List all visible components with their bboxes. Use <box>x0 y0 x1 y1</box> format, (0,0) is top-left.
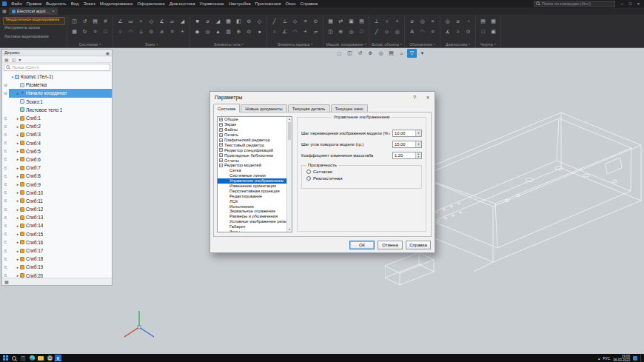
settings-tree-item[interactable]: Зеркальное отражение <box>218 209 286 214</box>
ribbon-button[interactable]: ⊥ <box>280 16 289 26</box>
dialog-tab[interactable]: Новые документы <box>241 104 286 112</box>
transparency-radio-option[interactable]: Реалистичная <box>306 176 417 181</box>
ribbon-button[interactable]: ⌀ <box>203 16 212 26</box>
ribbon-button[interactable]: ⊙ <box>463 27 473 36</box>
ribbon-button[interactable]: ◎ <box>443 16 452 26</box>
ribbon-button[interactable]: □ <box>101 27 110 36</box>
dialog-tab[interactable]: Система <box>213 104 240 113</box>
taskbar-app-icon[interactable] <box>55 355 61 361</box>
tree-expander-icon[interactable] <box>224 210 228 213</box>
settings-tree-item[interactable]: Управление изображением <box>218 178 286 184</box>
tree-item[interactable]: Ɛ ▸ Сгиб:18 <box>2 255 112 263</box>
ribbon-button[interactable]: ● <box>255 27 264 36</box>
panel-options-icon[interactable]: ◉ <box>106 50 110 56</box>
taskbar-app-icon[interactable] <box>37 355 44 362</box>
ribbon-button[interactable]: ∠ <box>280 27 289 36</box>
maximize-button[interactable]: □ <box>626 0 634 7</box>
ribbon-button[interactable]: ◠ <box>290 27 300 36</box>
taskbar-app-icon[interactable] <box>46 355 53 362</box>
row-state-icon[interactable]: Ɛ <box>2 182 9 187</box>
menu-item[interactable]: Файл <box>9 0 24 7</box>
tree-expander-icon[interactable] <box>224 225 228 229</box>
row-state-icon[interactable]: Ɛ <box>2 141 9 145</box>
dialog-tab[interactable]: Текущая деталь <box>288 104 330 112</box>
settings-tree-item[interactable]: Размеры и обозначения <box>218 214 286 219</box>
row-state-icon[interactable]: Ɛ <box>2 232 9 236</box>
tree-item[interactable]: Эскиз:1 <box>2 98 112 106</box>
row-state-icon[interactable]: Ɛ <box>2 174 9 178</box>
ribbon-button[interactable]: ○ <box>269 27 279 36</box>
ribbon-button[interactable]: ⇄ <box>336 16 346 26</box>
tree-item[interactable]: Ɛ ▸ Сгиб:15 <box>2 230 112 238</box>
ribbon-button[interactable]: ◢ <box>178 16 187 26</box>
tree-expander-icon[interactable] <box>224 174 228 178</box>
ribbon-button[interactable]: ◧ <box>234 16 244 26</box>
dialog-button[interactable]: Справка <box>406 241 431 249</box>
settings-tree-item[interactable]: + Графический редактор <box>218 138 286 143</box>
row-state-icon[interactable]: Ɛ <box>2 166 9 170</box>
tree-expander-icon[interactable]: + <box>219 138 223 142</box>
ribbon-button[interactable]: ◠ <box>126 27 135 36</box>
dialog-button[interactable]: ОК <box>349 241 375 249</box>
clock[interactable]: 19:00 06.03.2023 <box>613 355 630 362</box>
ribbon-button[interactable]: # <box>101 16 110 26</box>
document-tab[interactable]: Electrical appli... × <box>9 7 58 15</box>
menu-item[interactable]: Вид <box>69 0 81 7</box>
settings-tree-item[interactable]: − Редактор моделей <box>218 163 286 168</box>
close-button[interactable]: × <box>634 0 643 7</box>
taskbar-app-icon[interactable] <box>28 355 36 362</box>
tree-item[interactable]: Ɛ ▸ Сгиб:1 <box>2 114 112 122</box>
ribbon-button[interactable]: ≡ <box>428 27 437 36</box>
command-search[interactable]: Поиск по командам (Alt+/) <box>534 1 615 7</box>
ribbon-button[interactable]: ╱ <box>372 27 381 36</box>
settings-tree-item[interactable]: ЛСК <box>218 198 286 204</box>
ribbon-button[interactable]: ◫ <box>326 27 335 36</box>
settings-tree-item[interactable]: + Общие <box>218 117 286 122</box>
row-state-icon[interactable]: Ɛ <box>2 265 9 269</box>
ribbon-button[interactable]: ◇ <box>255 16 264 26</box>
tree-item[interactable]: Ɛ ▸ Сгиб:2 <box>2 122 112 130</box>
minimize-button[interactable]: – <box>618 0 626 7</box>
ribbon-button[interactable]: ⌀ <box>453 16 463 26</box>
ribbon-group-label[interactable]: Эскиз▾ <box>115 41 187 47</box>
row-state-icon[interactable]: Ɛ <box>2 240 9 244</box>
ribbon-button[interactable]: ≡ <box>90 27 100 36</box>
settings-tree-item[interactable]: Перспективная проекция <box>218 188 286 193</box>
dialog-close-button[interactable]: × <box>421 92 435 103</box>
ribbon-button[interactable]: ○ <box>382 16 392 26</box>
ribbon-button[interactable]: ◫ <box>70 16 79 26</box>
ribbon-group-label[interactable]: Элементы тела▾ <box>192 41 264 47</box>
tree-expander-icon[interactable]: + <box>219 153 223 157</box>
ribbon-button[interactable]: ▣ <box>346 16 356 26</box>
ribbon-button[interactable]: ≈ <box>136 16 146 26</box>
ribbon-button[interactable]: A <box>407 27 417 36</box>
tree-item[interactable]: Ɛ ▸ Сгиб:8 <box>2 172 112 180</box>
view-tool-button[interactable]: □ <box>335 49 344 58</box>
tree-expander-icon[interactable] <box>224 215 228 218</box>
tree-tool-icon[interactable]: ▤ <box>4 57 9 62</box>
scroll-track[interactable] <box>287 141 292 227</box>
tree-item[interactable]: Θ ▸ Начало координат <box>2 89 112 97</box>
tree-item[interactable]: Θ Разметка <box>2 81 112 89</box>
ribbon-button[interactable]: ⊙ <box>147 27 156 36</box>
tree-item[interactable]: Ɛ ▸ Сгиб:19 <box>2 263 112 271</box>
tree-expander-icon[interactable] <box>224 204 228 208</box>
ribbon-button[interactable]: ▥ <box>224 27 233 36</box>
ribbon-button[interactable]: ≡ <box>167 27 177 36</box>
row-state-icon[interactable]: Ɛ <box>2 215 9 220</box>
view-tool-button[interactable]: ▽ <box>407 49 417 58</box>
tree-item[interactable]: Ɛ ▸ Сгиб:6 <box>2 155 112 164</box>
ribbon-button[interactable]: ▤ <box>357 16 366 26</box>
tab-close-icon[interactable]: × <box>50 9 55 13</box>
taskbar-app-icon[interactable] <box>1 355 9 362</box>
settings-tree-item[interactable]: Зоны <box>218 229 286 232</box>
ribbon-button[interactable]: ◎ <box>417 16 427 26</box>
tree-item[interactable]: Ɛ ▸ Сгиб:17 <box>2 247 112 255</box>
row-state-icon[interactable]: Θ <box>2 91 9 95</box>
ribbon-button[interactable]: ▦ <box>489 16 498 26</box>
tree-expander-icon[interactable]: − <box>219 164 223 167</box>
menu-item[interactable]: Выделить <box>44 0 69 7</box>
row-state-icon[interactable]: Ɛ <box>2 224 9 228</box>
ribbon-button[interactable]: ⊕ <box>234 27 244 36</box>
tree-item[interactable]: Ɛ ▸ Сгиб:16 <box>2 238 112 247</box>
